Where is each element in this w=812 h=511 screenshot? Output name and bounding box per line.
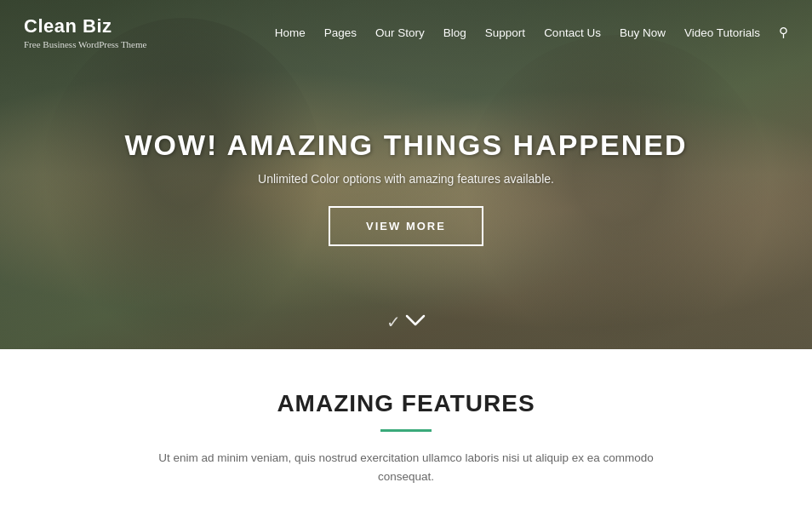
logo-title: Clean Biz <box>24 15 146 37</box>
search-icon[interactable]: ⚲ <box>779 25 788 40</box>
nav-item-contact-us[interactable]: Contact Us <box>544 26 601 39</box>
hero-title: WOW! AMAZING THINGS HAPPENED <box>124 129 687 162</box>
nav-item-buy-now[interactable]: Buy Now <box>620 26 666 39</box>
features-title: AMAZING FEATURES <box>34 390 778 417</box>
scroll-down-icon[interactable]: ✓ <box>386 312 426 332</box>
nav-item-home[interactable]: Home <box>275 26 306 39</box>
hero-subtitle: Unlimited Color options with amazing fea… <box>258 172 554 186</box>
logo-subtitle: Free Business WordPress Theme <box>24 39 146 49</box>
nav-item-our-story[interactable]: Our Story <box>375 26 425 39</box>
features-description: Ut enim ad minim veniam, quis nostrud ex… <box>134 449 678 485</box>
logo: Clean Biz Free Business WordPress Theme <box>24 15 146 49</box>
features-section: AMAZING FEATURES Ut enim ad minim veniam… <box>0 349 812 511</box>
nav-item-pages[interactable]: Pages <box>324 26 357 39</box>
nav-item-video-tutorials[interactable]: Video Tutorials <box>684 26 760 39</box>
hero-cta-button[interactable]: VIEW MORE <box>329 206 483 246</box>
features-divider <box>380 429 432 432</box>
main-nav: Home Pages Our Story Blog Support Contac… <box>275 25 788 40</box>
nav-item-blog[interactable]: Blog <box>443 26 466 39</box>
header: Clean Biz Free Business WordPress Theme … <box>0 0 812 65</box>
nav-item-support[interactable]: Support <box>485 26 525 39</box>
